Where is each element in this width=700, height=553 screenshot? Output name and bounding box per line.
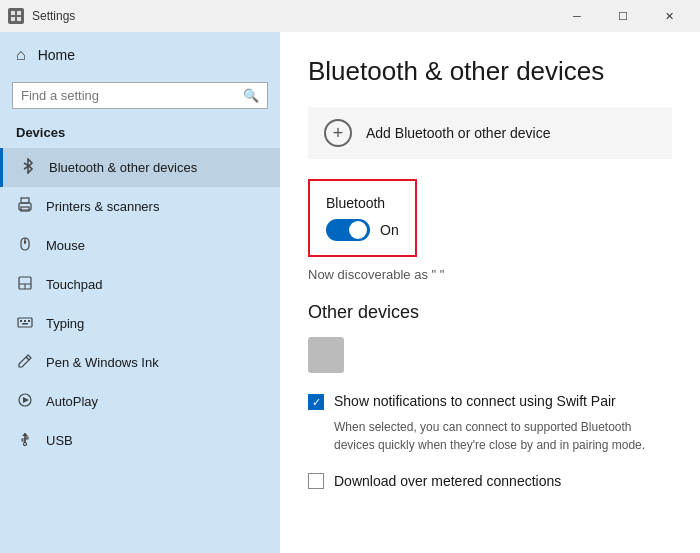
other-devices-heading: Other devices: [308, 302, 672, 323]
sidebar-item-printers[interactable]: Printers & scanners: [0, 187, 280, 226]
search-icon: 🔍: [243, 88, 259, 103]
bluetooth-section: Bluetooth On: [308, 179, 417, 257]
swift-pair-row: ✓ Show notifications to connect using Sw…: [308, 393, 672, 410]
svg-rect-2: [11, 17, 15, 21]
sidebar-item-autoplay-label: AutoPlay: [46, 394, 98, 409]
autoplay-icon: [16, 392, 34, 411]
window-controls: ─ ☐ ✕: [554, 0, 692, 32]
sidebar-item-pen-label: Pen & Windows Ink: [46, 355, 159, 370]
svg-rect-16: [28, 320, 30, 322]
home-icon: ⌂: [16, 46, 26, 64]
sidebar-item-touchpad[interactable]: Touchpad: [0, 265, 280, 304]
title-bar: Settings ─ ☐ ✕: [0, 0, 700, 32]
title-bar-label: Settings: [32, 9, 75, 23]
add-device-button[interactable]: + Add Bluetooth or other device: [308, 107, 672, 159]
touchpad-icon: [16, 275, 34, 294]
bluetooth-toggle-row: On: [326, 219, 399, 241]
sidebar-item-pen[interactable]: Pen & Windows Ink: [0, 343, 280, 382]
download-label: Download over metered connections: [334, 473, 561, 489]
add-device-label: Add Bluetooth or other device: [366, 125, 550, 141]
svg-point-25: [24, 443, 27, 446]
svg-rect-17: [22, 323, 28, 325]
download-row: Download over metered connections: [308, 472, 672, 489]
svg-rect-23: [22, 439, 25, 441]
sidebar-item-home[interactable]: ⌂ Home: [0, 32, 280, 78]
search-box: 🔍: [12, 82, 268, 109]
checkmark-icon: ✓: [312, 397, 321, 408]
app-body: ⌂ Home 🔍 Devices Bluetooth & other devic…: [0, 32, 700, 553]
search-input[interactable]: [21, 88, 237, 103]
sidebar-item-usb[interactable]: USB: [0, 421, 280, 460]
sidebar-item-autoplay[interactable]: AutoPlay: [0, 382, 280, 421]
swift-pair-label: Show notifications to connect using Swif…: [334, 393, 616, 409]
svg-rect-15: [24, 320, 26, 322]
page-title: Bluetooth & other devices: [308, 56, 672, 87]
close-button[interactable]: ✕: [646, 0, 692, 32]
typing-icon: [16, 314, 34, 333]
sidebar-item-touchpad-label: Touchpad: [46, 277, 102, 292]
main-panel: Bluetooth & other devices + Add Bluetoot…: [280, 32, 700, 553]
svg-marker-20: [23, 397, 29, 403]
discoverable-text: Now discoverable as " ": [308, 267, 672, 282]
home-label: Home: [38, 47, 75, 63]
sidebar-item-bluetooth-label: Bluetooth & other devices: [49, 160, 197, 175]
svg-point-9: [24, 241, 26, 243]
svg-rect-0: [11, 11, 15, 15]
svg-rect-14: [20, 320, 22, 322]
swift-pair-description: When selected, you can connect to suppor…: [334, 418, 672, 454]
pen-icon: [16, 353, 34, 372]
sidebar-item-usb-label: USB: [46, 433, 73, 448]
bluetooth-icon: [19, 158, 37, 177]
sidebar-item-typing[interactable]: Typing: [0, 304, 280, 343]
toggle-on-label: On: [380, 222, 399, 238]
sidebar-item-typing-label: Typing: [46, 316, 84, 331]
svg-rect-13: [18, 318, 32, 327]
sidebar-section-title: Devices: [0, 121, 280, 148]
svg-rect-1: [17, 11, 21, 15]
bluetooth-label: Bluetooth: [326, 195, 399, 211]
svg-rect-5: [21, 198, 29, 203]
add-icon: +: [324, 119, 352, 147]
swift-pair-checkbox[interactable]: ✓: [308, 394, 324, 410]
svg-marker-22: [22, 433, 28, 436]
app-icon: [8, 8, 24, 24]
svg-rect-3: [17, 17, 21, 21]
usb-icon: [16, 431, 34, 450]
mouse-icon: [16, 236, 34, 255]
svg-rect-24: [26, 437, 28, 439]
sidebar-item-mouse-label: Mouse: [46, 238, 85, 253]
sidebar-item-printers-label: Printers & scanners: [46, 199, 159, 214]
sidebar: ⌂ Home 🔍 Devices Bluetooth & other devic…: [0, 32, 280, 553]
sidebar-item-mouse[interactable]: Mouse: [0, 226, 280, 265]
svg-line-18: [26, 357, 29, 360]
download-checkbox[interactable]: [308, 473, 324, 489]
bluetooth-toggle[interactable]: [326, 219, 370, 241]
device-placeholder: [308, 337, 344, 373]
maximize-button[interactable]: ☐: [600, 0, 646, 32]
printers-icon: [16, 197, 34, 216]
sidebar-item-bluetooth[interactable]: Bluetooth & other devices: [0, 148, 280, 187]
minimize-button[interactable]: ─: [554, 0, 600, 32]
toggle-knob: [349, 221, 367, 239]
